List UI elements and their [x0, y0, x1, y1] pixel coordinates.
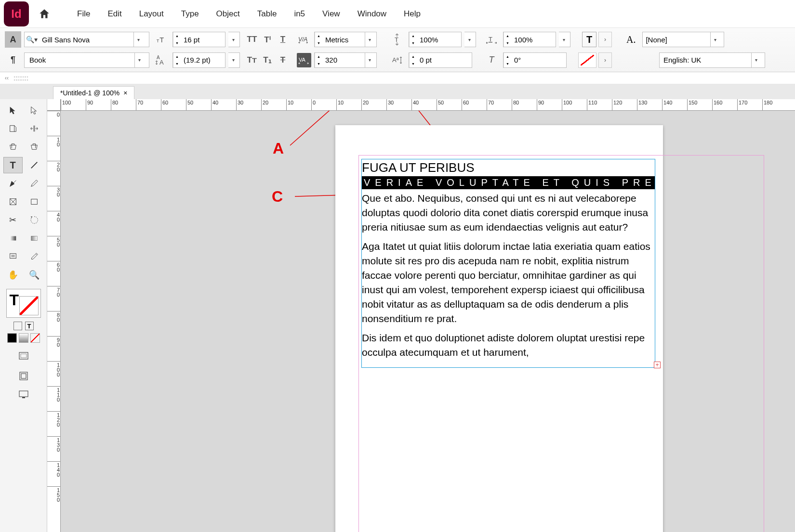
font-size-preset-dropdown[interactable]: ▾: [228, 32, 240, 47]
menu-view[interactable]: View: [314, 0, 349, 27]
text-stroke-proxy[interactable]: [578, 52, 596, 68]
document-tab[interactable]: *Untitled-1 @ 100% ×: [53, 86, 134, 99]
body-paragraph-3[interactable]: Dis idem et quo doluptionet adiste dolor…: [362, 331, 655, 360]
vertical-ruler[interactable]: 0102030405060708090100110120130140150: [47, 111, 61, 532]
apply-gradient-button[interactable]: [19, 333, 28, 343]
selected-subheading-text[interactable]: VERIAE VOLUPTATE ET QUIS PREM: [362, 176, 655, 189]
home-button[interactable]: [35, 4, 54, 24]
menu-window[interactable]: Window: [349, 0, 395, 27]
panel-collapse-strip[interactable]: ‹‹ ::::::::: [0, 72, 795, 84]
format-container-button[interactable]: [13, 322, 22, 330]
document-page[interactable]: FUGA UT PERIBUS VERIAE VOLUPTATE ET QUIS…: [335, 125, 663, 532]
kerning-field[interactable]: ▲▼ ▾: [314, 32, 377, 47]
menu-in5[interactable]: in5: [285, 0, 314, 27]
text-fill-proxy[interactable]: T: [582, 32, 596, 47]
gap-tool[interactable]: [25, 120, 44, 137]
scissors-tool[interactable]: ✂: [3, 212, 23, 228]
baseline-shift-field[interactable]: ▲▼: [409, 52, 472, 68]
body-paragraph-1[interactable]: Que et abo. Nequibus, consed qui unt es …: [362, 191, 655, 234]
menu-type[interactable]: Type: [172, 0, 208, 27]
content-collector-tool[interactable]: [3, 139, 23, 155]
gradient-feather-tool[interactable]: [25, 230, 44, 247]
font-family-dropdown[interactable]: ▾: [133, 32, 143, 47]
kerning-dropdown[interactable]: ▾: [365, 32, 374, 47]
kerning-input[interactable]: [322, 32, 365, 47]
view-mode-preview[interactable]: [14, 368, 33, 384]
line-tool[interactable]: [25, 157, 44, 173]
fill-stroke-swatch[interactable]: T: [6, 289, 41, 318]
format-text-button[interactable]: T: [25, 322, 34, 330]
language-dropdown[interactable]: ▾: [751, 53, 761, 67]
rectangle-frame-tool[interactable]: [3, 194, 23, 210]
char-style-field[interactable]: ▾: [642, 32, 724, 47]
leading-preset-dropdown[interactable]: ▾: [228, 52, 240, 68]
gradient-swatch-tool[interactable]: [3, 230, 23, 247]
language-field[interactable]: ▾: [659, 52, 765, 68]
ruler-origin[interactable]: [47, 99, 61, 111]
strikethrough-button[interactable]: T: [276, 53, 290, 67]
selection-tool[interactable]: [3, 102, 23, 118]
fill-flyout-button[interactable]: ›: [598, 32, 612, 47]
close-tab-button[interactable]: ×: [123, 89, 127, 97]
stroke-flyout-button[interactable]: ›: [598, 52, 612, 68]
baseline-shift-input[interactable]: [417, 53, 465, 67]
page-tool[interactable]: [3, 120, 23, 137]
menu-file[interactable]: File: [68, 0, 99, 27]
content-placer-tool[interactable]: [25, 139, 44, 155]
leading-input[interactable]: [181, 53, 214, 67]
menu-help[interactable]: Help: [395, 0, 429, 27]
paragraph-mode-button[interactable]: ¶: [5, 52, 21, 68]
type-tool[interactable]: T: [3, 157, 23, 173]
all-caps-button[interactable]: TT: [245, 32, 259, 47]
body-paragraph-2[interactable]: Aga Itatet ut quiat litiis dolorum incta…: [362, 239, 655, 326]
subscript-button[interactable]: Tᴛ: [245, 53, 259, 67]
menu-edit[interactable]: Edit: [99, 0, 130, 27]
canvas-area[interactable]: 1009080706050403020100102030405060708090…: [47, 99, 795, 532]
apply-none-button[interactable]: [30, 333, 40, 343]
pencil-tool[interactable]: [25, 175, 44, 192]
tracking-field[interactable]: ▲▼ ▾: [314, 52, 377, 68]
horizontal-ruler[interactable]: 1009080706050403020100102030405060708090…: [61, 99, 795, 111]
pen-tool[interactable]: [3, 175, 23, 192]
menu-table[interactable]: Table: [249, 0, 286, 27]
rectangle-tool[interactable]: [25, 194, 44, 210]
menu-object[interactable]: Object: [208, 0, 249, 27]
font-family-field[interactable]: 🔍▾ ▾: [24, 32, 149, 47]
font-style-field[interactable]: ▾: [24, 52, 149, 68]
screen-mode-button[interactable]: [16, 388, 31, 401]
view-mode-normal[interactable]: [14, 348, 33, 364]
vertical-scale-input[interactable]: [417, 32, 450, 47]
skew-field[interactable]: ▲▼: [503, 52, 567, 68]
character-mode-button[interactable]: A: [5, 31, 21, 48]
eyedropper-tool[interactable]: [25, 248, 44, 265]
underline-button[interactable]: T₁: [260, 53, 275, 67]
char-style-dropdown[interactable]: ▾: [710, 32, 720, 47]
vscale-preset-dropdown[interactable]: ▾: [464, 32, 476, 47]
font-size-input[interactable]: [181, 32, 214, 47]
zoom-tool[interactable]: 🔍: [25, 267, 44, 283]
hscale-preset-dropdown[interactable]: ▾: [559, 32, 570, 47]
free-transform-tool[interactable]: [25, 212, 44, 228]
hand-tool[interactable]: ✋: [3, 267, 23, 283]
vertical-scale-field[interactable]: ▲▼: [409, 32, 462, 47]
horizontal-scale-input[interactable]: [511, 32, 545, 47]
tracking-input[interactable]: [322, 53, 365, 67]
menu-layout[interactable]: Layout: [131, 0, 172, 27]
font-family-input[interactable]: [39, 32, 133, 47]
language-input[interactable]: [660, 53, 751, 67]
superscript-button[interactable]: T: [276, 32, 290, 47]
font-size-field[interactable]: ▲▼: [172, 32, 225, 47]
text-frame[interactable]: FUGA UT PERIBUS VERIAE VOLUPTATE ET QUIS…: [361, 159, 655, 368]
heading-text[interactable]: FUGA UT PERIBUS: [362, 159, 655, 176]
body-text[interactable]: Que et abo. Nequibus, consed qui unt es …: [362, 189, 655, 366]
font-style-input[interactable]: [25, 53, 134, 67]
note-tool[interactable]: [3, 248, 23, 265]
horizontal-scale-field[interactable]: ▲▼: [503, 32, 556, 47]
overset-text-indicator[interactable]: +: [654, 362, 661, 368]
small-caps-button[interactable]: Tᴵ: [260, 32, 275, 47]
font-style-dropdown[interactable]: ▾: [134, 53, 144, 67]
leading-field[interactable]: ▲▼: [172, 52, 225, 68]
tracking-dropdown[interactable]: ▾: [365, 53, 374, 67]
apply-color-button[interactable]: [7, 333, 17, 343]
skew-input[interactable]: [511, 53, 559, 67]
